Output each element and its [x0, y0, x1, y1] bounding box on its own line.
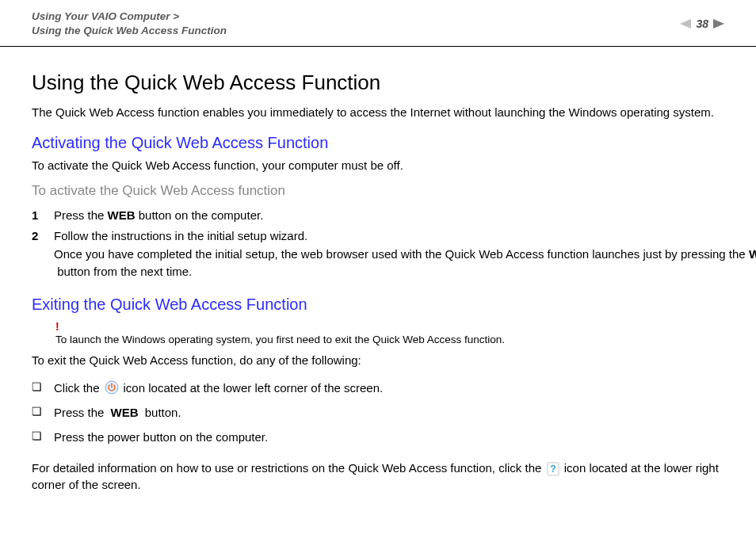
- alert-icon: !: [55, 320, 724, 333]
- page-header: Using Your VAIO Computer > Using the Qui…: [0, 0, 756, 47]
- section-heading-exiting: Exiting the Quick Web Access Function: [32, 296, 724, 314]
- bullet-glyph: ❏: [32, 429, 54, 444]
- list-item: ❏ Click the icon located at the lower le…: [32, 380, 724, 396]
- svg-text:?: ?: [550, 463, 556, 475]
- prev-page-icon[interactable]: [680, 19, 691, 29]
- note-text: To launch the Windows operating system, …: [55, 334, 724, 345]
- help-icon: ?: [547, 462, 559, 476]
- bullet-list: ❏ Click the icon located at the lower le…: [32, 380, 724, 445]
- bullet-glyph: ❏: [32, 380, 54, 395]
- list-item: ❏ Press the WEB button.: [32, 404, 724, 421]
- next-page-icon[interactable]: [713, 19, 724, 29]
- content-area: Using the Quick Web Access Function The …: [0, 47, 756, 492]
- page-number: 38: [696, 17, 708, 30]
- step-row: 1 Press the WEB button on the computer.: [32, 207, 724, 225]
- step-body: Follow the instructions in the initial s…: [54, 227, 756, 281]
- bullet-glyph: ❏: [32, 404, 54, 420]
- svg-marker-0: [680, 19, 691, 29]
- exit-intro: To exit the Quick Web Access function, d…: [32, 353, 724, 367]
- step-body: Press the WEB button on the computer.: [54, 207, 724, 225]
- breadcrumb-line-1[interactable]: Using Your VAIO Computer >: [32, 10, 227, 24]
- breadcrumb: Using Your VAIO Computer > Using the Qui…: [32, 10, 227, 38]
- section1-text: To activate the Quick Web Access functio…: [32, 158, 724, 172]
- power-icon: [105, 380, 119, 395]
- page-navigation: 38: [680, 10, 724, 30]
- section1-subheading: To activate the Quick Web Access functio…: [32, 183, 724, 199]
- final-paragraph: For detailed information on how to use o…: [32, 460, 724, 493]
- svg-marker-1: [713, 19, 724, 29]
- intro-paragraph: The Quick Web Access function enables yo…: [32, 105, 724, 120]
- steps-list: 1 Press the WEB button on the computer. …: [32, 207, 724, 281]
- list-item: ❏ Press the power button on the computer…: [32, 429, 724, 445]
- step-number: 1: [32, 207, 54, 225]
- step-row: 2 Follow the instructions in the initial…: [32, 227, 724, 281]
- page-title: Using the Quick Web Access Function: [32, 71, 724, 95]
- breadcrumb-line-2[interactable]: Using the Quick Web Access Function: [32, 24, 227, 38]
- step-number: 2: [32, 227, 54, 281]
- section-heading-activating: Activating the Quick Web Access Function: [32, 134, 724, 152]
- note-block: ! To launch the Windows operating system…: [32, 320, 724, 345]
